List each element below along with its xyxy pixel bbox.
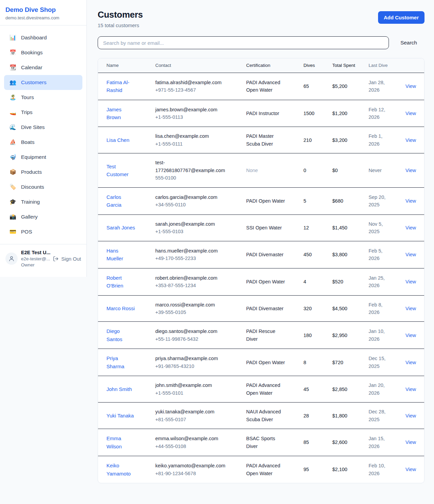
name-cell: Fatima Al-Rashid xyxy=(98,73,155,100)
people-icon: 👥 xyxy=(9,80,16,85)
view-cell: View xyxy=(405,219,424,237)
customer-name-link[interactable]: Diego Santos xyxy=(106,328,122,342)
total-spent-cell: $1,450 xyxy=(332,219,369,237)
brand-header: Demo Dive Shop demo.test.divestreams.com xyxy=(0,0,86,25)
view-cell: View xyxy=(405,192,424,210)
sidebar-item-dashboard[interactable]: 📊Dashboard xyxy=(4,30,82,45)
name-cell: John Smith xyxy=(98,380,155,398)
contact-cell: john.smith@example.com+1-555-0101 xyxy=(155,376,246,402)
customer-email: robert.obrien@example.com xyxy=(155,274,231,282)
sidebar-item-pos[interactable]: 💳POS xyxy=(4,224,82,239)
customer-name-link[interactable]: James Brown xyxy=(106,107,121,120)
sidebar-item-label: Dive Sites xyxy=(21,124,45,130)
sailboat-icon: ⛵ xyxy=(9,139,16,145)
view-customer-link[interactable]: View xyxy=(406,137,416,143)
certification-cell: PADI Instructor xyxy=(246,104,303,123)
total-spent-cell: $5,200 xyxy=(332,77,369,95)
customer-name-link[interactable]: Hans Mueller xyxy=(106,248,123,261)
sidebar-item-training[interactable]: 🎓Training xyxy=(4,194,82,209)
total-spent-cell: $2,600 xyxy=(332,433,369,451)
table-row: Carlos Garciacarlos.garcia@example.com+3… xyxy=(98,188,424,215)
sidebar-item-label: Customers xyxy=(21,79,46,86)
bar-chart-icon: 📊 xyxy=(9,35,16,40)
table-row: Robert O'Brienrobert.obrien@example.com+… xyxy=(98,268,424,296)
view-customer-link[interactable]: View xyxy=(406,413,416,418)
sidebar-item-products[interactable]: 📦Products xyxy=(4,165,82,180)
person-icon xyxy=(8,256,15,262)
view-customer-link[interactable]: View xyxy=(406,306,416,311)
view-customer-link[interactable]: View xyxy=(406,198,416,204)
table-row: Priya Sharmapriya.sharma@example.com+91-… xyxy=(98,349,424,376)
table-row: James Brownjames.brown@example.com+1-555… xyxy=(98,100,424,127)
package-icon: 📦 xyxy=(9,169,16,175)
view-customer-link[interactable]: View xyxy=(406,360,416,365)
total-spent-cell: $2,850 xyxy=(332,380,369,398)
certification-cell: PADI Advanced Open Water xyxy=(246,376,303,402)
view-cell: View xyxy=(405,326,424,344)
view-cell: View xyxy=(405,161,424,180)
dives-cell: 180 xyxy=(303,326,332,344)
total-spent-cell: $3,800 xyxy=(332,245,369,264)
view-customer-link[interactable]: View xyxy=(406,333,416,338)
customer-name-link[interactable]: Sarah Jones xyxy=(106,225,135,230)
add-customer-button[interactable]: Add Customer xyxy=(378,11,425,24)
sidebar-item-trips[interactable]: 🚤Trips xyxy=(4,105,82,120)
customer-phone: +91-98765-43210 xyxy=(155,362,231,370)
customer-name-link[interactable]: Lisa Chen xyxy=(106,137,130,143)
dives-cell: 0 xyxy=(303,161,332,180)
sidebar-item-equipment[interactable]: 🤿Equipment xyxy=(4,150,82,165)
customer-email: yuki.tanaka@example.com xyxy=(155,408,231,415)
view-customer-link[interactable]: View xyxy=(406,387,416,392)
customer-name-link[interactable]: John Smith xyxy=(106,386,132,392)
last-dive-cell: Dec 15, 2025 xyxy=(369,349,405,375)
customer-name-link[interactable]: Priya Sharma xyxy=(106,355,124,369)
customers-table: NameContactCertificationDivesTotal Spent… xyxy=(98,58,425,483)
user-section: E2E Test U... e2e-tester@... Owner Sign … xyxy=(0,244,86,274)
diving-mask-icon: 🤿 xyxy=(9,154,16,160)
customer-phone: +44-555-0108 xyxy=(155,443,231,450)
sidebar-item-tours[interactable]: 🏝️Tours xyxy=(4,90,82,105)
customer-name-link[interactable]: Fatima Al-Rashid xyxy=(106,79,130,93)
sidebar-item-discounts[interactable]: 🏷️Discounts xyxy=(4,180,82,194)
name-cell: Carlos Garcia xyxy=(98,188,155,214)
total-spent-cell: $4,500 xyxy=(332,299,369,318)
view-customer-link[interactable]: View xyxy=(406,111,416,116)
view-customer-link[interactable]: View xyxy=(406,279,416,284)
last-dive-cell: Jan 15, 2026 xyxy=(369,429,405,455)
view-customer-link[interactable]: View xyxy=(406,440,416,445)
customer-name-link[interactable]: Emma Wilson xyxy=(106,435,122,449)
sidebar-item-gallery[interactable]: 📸Gallery xyxy=(4,209,82,224)
search-button[interactable]: Search xyxy=(398,38,420,48)
customer-name-link[interactable]: Yuki Tanaka xyxy=(106,413,134,418)
sidebar-item-calendar[interactable]: 📆Calendar xyxy=(4,60,82,75)
sidebar-item-customers[interactable]: 👥Customers xyxy=(4,75,82,90)
customer-phone: +1-555-0103 xyxy=(155,228,231,235)
view-customer-link[interactable]: View xyxy=(406,252,416,257)
dives-cell: 65 xyxy=(303,77,332,95)
sign-out-button[interactable]: Sign Out xyxy=(53,256,81,262)
sidebar-item-dive-sites[interactable]: 🌊Dive Sites xyxy=(4,120,82,135)
contact-cell: test-1772681807767@example.com555-0100 xyxy=(155,153,246,187)
customer-name-link[interactable]: Robert O'Brien xyxy=(106,275,123,288)
last-dive-cell: Never xyxy=(369,161,405,180)
customer-name-link[interactable]: Keiko Yamamoto xyxy=(106,463,131,476)
dives-cell: 320 xyxy=(303,299,332,318)
view-customer-link[interactable]: View xyxy=(406,225,416,230)
logout-icon xyxy=(53,256,59,262)
view-customer-link[interactable]: View xyxy=(406,83,416,89)
customer-name-link[interactable]: Test Customer xyxy=(106,164,129,177)
customer-name-link[interactable]: Carlos Garcia xyxy=(106,194,121,208)
customer-email: james.brown@example.com xyxy=(155,106,231,113)
sidebar-item-boats[interactable]: ⛵Boats xyxy=(4,135,82,150)
sidebar-item-bookings[interactable]: 📅Bookings xyxy=(4,45,82,60)
search-input[interactable] xyxy=(98,36,389,49)
shop-name[interactable]: Demo Dive Shop xyxy=(5,6,81,14)
view-customer-link[interactable]: View xyxy=(406,467,416,472)
view-customer-link[interactable]: View xyxy=(406,168,416,173)
table-row: Emma Wilsonemma.wilson@example.com+44-55… xyxy=(98,429,424,456)
column-header-contact: Contact xyxy=(155,58,246,73)
customer-name-link[interactable]: Marco Rossi xyxy=(106,305,135,311)
column-header-name: Name xyxy=(98,58,155,73)
view-cell: View xyxy=(405,77,424,95)
column-header-total-spent: Total Spent xyxy=(332,58,369,73)
